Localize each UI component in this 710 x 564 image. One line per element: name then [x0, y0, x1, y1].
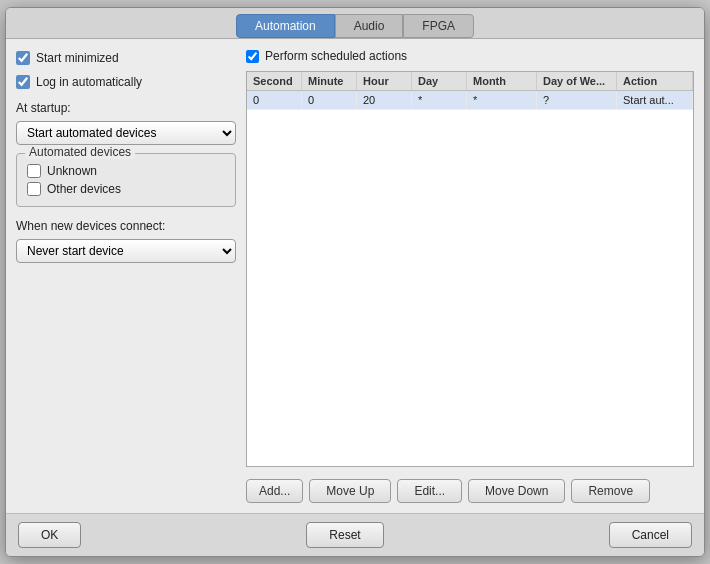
move-up-button[interactable]: Move Up	[309, 479, 391, 503]
other-devices-checkbox[interactable]	[27, 182, 41, 196]
ok-button[interactable]: OK	[18, 522, 81, 548]
never-start-select[interactable]: Never start device Start device Ask	[16, 239, 236, 263]
table-header: Second Minute Hour Day Month Day of We..…	[247, 72, 693, 91]
main-window: Automation Audio FPGA Start minimized Lo…	[5, 7, 705, 557]
td-dayofweek: ?	[537, 91, 617, 109]
perform-scheduled-label: Perform scheduled actions	[265, 49, 407, 63]
log-in-auto-row: Log in automatically	[16, 73, 236, 91]
at-startup-label: At startup:	[16, 101, 236, 115]
tab-bar: Automation Audio FPGA	[6, 8, 704, 39]
when-new-devices-label: When new devices connect:	[16, 219, 236, 233]
tab-fpga[interactable]: FPGA	[403, 14, 474, 38]
tab-audio[interactable]: Audio	[335, 14, 404, 38]
th-day: Day	[412, 72, 467, 90]
start-minimized-label: Start minimized	[36, 51, 119, 65]
th-dayofweek: Day of We...	[537, 72, 617, 90]
right-panel: Perform scheduled actions Second Minute …	[246, 49, 694, 503]
th-minute: Minute	[302, 72, 357, 90]
perform-scheduled-checkbox[interactable]	[246, 50, 259, 63]
start-minimized-checkbox[interactable]	[16, 51, 30, 65]
other-devices-label: Other devices	[47, 182, 121, 196]
td-hour: 20	[357, 91, 412, 109]
bottom-bar: OK Reset Cancel	[6, 513, 704, 556]
th-second: Second	[247, 72, 302, 90]
left-panel: Start minimized Log in automatically At …	[16, 49, 236, 503]
cancel-button[interactable]: Cancel	[609, 522, 692, 548]
unknown-device-checkbox[interactable]	[27, 164, 41, 178]
unknown-device-row: Unknown	[27, 162, 225, 180]
log-in-auto-label: Log in automatically	[36, 75, 142, 89]
content-area: Start minimized Log in automatically At …	[6, 39, 704, 513]
action-buttons: Add... Move Up Edit... Move Down Remove	[246, 475, 694, 503]
th-hour: Hour	[357, 72, 412, 90]
move-down-button[interactable]: Move Down	[468, 479, 565, 503]
other-devices-row: Other devices	[27, 180, 225, 198]
log-in-auto-checkbox[interactable]	[16, 75, 30, 89]
unknown-device-label: Unknown	[47, 164, 97, 178]
schedule-table: Second Minute Hour Day Month Day of We..…	[246, 71, 694, 467]
startup-select[interactable]: Start automated devices Do nothing Start…	[16, 121, 236, 145]
td-month: *	[467, 91, 537, 109]
table-row[interactable]: 0 0 20 * * ? Start aut...	[247, 91, 693, 110]
add-button[interactable]: Add...	[246, 479, 303, 503]
th-action: Action	[617, 72, 693, 90]
start-minimized-row: Start minimized	[16, 49, 236, 67]
td-action: Start aut...	[617, 91, 693, 109]
th-month: Month	[467, 72, 537, 90]
automated-devices-group: Automated devices Unknown Other devices	[16, 153, 236, 207]
remove-button[interactable]: Remove	[571, 479, 650, 503]
perform-scheduled-row: Perform scheduled actions	[246, 49, 694, 63]
td-minute: 0	[302, 91, 357, 109]
td-day: *	[412, 91, 467, 109]
edit-button[interactable]: Edit...	[397, 479, 462, 503]
td-second: 0	[247, 91, 302, 109]
tab-automation[interactable]: Automation	[236, 14, 335, 38]
group-box-title: Automated devices	[25, 145, 135, 159]
reset-button[interactable]: Reset	[306, 522, 383, 548]
